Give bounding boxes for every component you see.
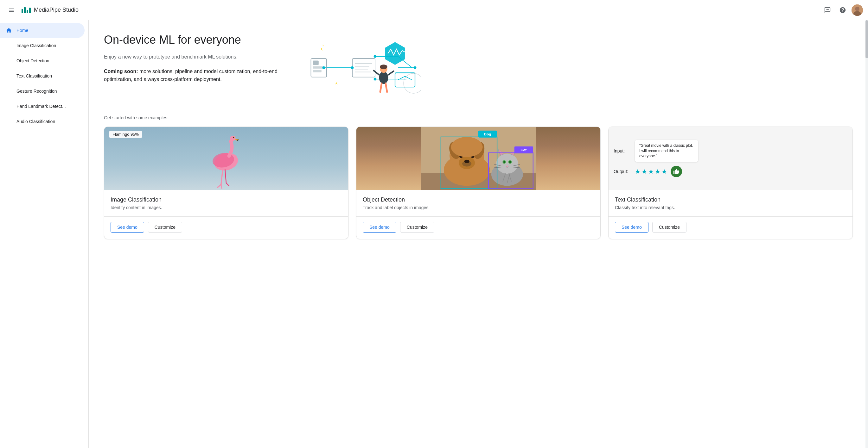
svg-point-58 [451, 137, 483, 157]
star-2: ★ [642, 168, 647, 175]
svg-line-24 [374, 71, 379, 75]
sidebar-item-home[interactable]: Home [0, 23, 85, 38]
logo-bar-1 [22, 9, 23, 13]
menu-button[interactable] [5, 4, 18, 16]
hero-title: On-device ML for everyone [104, 33, 294, 46]
svg-point-68 [509, 161, 511, 163]
sidebar-item-label: Image Classification [17, 43, 56, 48]
svg-rect-11 [313, 70, 321, 72]
task-icon [5, 42, 13, 49]
thumbs-up-icon [671, 166, 682, 177]
header-actions [821, 4, 863, 16]
illustration-svg [307, 33, 421, 103]
card-description: Classify text into relevant tags. [615, 205, 846, 210]
svg-point-51 [464, 160, 469, 163]
sidebar-item-hand-landmark[interactable]: Hand Landmark Detect... [0, 99, 85, 114]
task-icon [5, 72, 13, 80]
sidebar-item-label: Hand Landmark Detect... [17, 104, 66, 109]
svg-point-66 [503, 161, 505, 163]
hero-section: On-device ML for everyone Enjoy a new wa… [104, 33, 853, 103]
card-actions: See demo Customize [356, 216, 600, 239]
app-logo: MediaPipe Studio [22, 7, 79, 13]
sidebar-item-image-classification[interactable]: Image Classification [0, 38, 85, 53]
svg-rect-9 [313, 61, 319, 65]
stars-row: ★ ★ ★ ★ ★ [635, 166, 682, 177]
avatar[interactable] [851, 4, 863, 16]
sidebar-item-label: Object Detection [17, 58, 50, 63]
scrollbar-thumb[interactable] [865, 20, 868, 58]
card-image-classification: Flamingo 95% [104, 127, 348, 239]
svg-line-42 [221, 184, 222, 189]
examples-label: Get started with some examples: [104, 115, 853, 120]
hero-coming-soon: Coming soon: more solutions, pipeline an… [104, 67, 294, 83]
sidebar-item-gesture-recognition[interactable]: Gesture Recognition [0, 83, 85, 99]
star-3: ★ [648, 168, 654, 175]
card-body: Image Classification Identify content in… [104, 190, 348, 210]
sidebar-item-object-detection[interactable]: Object Detection [0, 53, 85, 68]
task-icon [5, 103, 13, 110]
help-button[interactable] [836, 4, 849, 16]
star-5: ★ [661, 168, 667, 175]
card-actions: See demo Customize [104, 216, 348, 239]
hero-text: On-device ML for everyone Enjoy a new wa… [104, 33, 294, 83]
task-icon [5, 57, 13, 65]
star-1: ★ [635, 168, 641, 175]
feedback-button[interactable] [821, 4, 834, 16]
svg-marker-31 [320, 48, 322, 50]
logo-bar-2 [24, 7, 26, 13]
logo-bar-4 [29, 8, 31, 13]
svg-point-29 [374, 78, 377, 81]
card-body: Object Detection Track and label objects… [356, 190, 600, 210]
see-demo-button[interactable]: See demo [363, 222, 396, 233]
dog-cat-svg: Dog Cat [356, 127, 600, 190]
svg-point-21 [380, 65, 387, 69]
logo-bar-3 [27, 10, 28, 13]
svg-marker-32 [322, 44, 324, 46]
sidebar-item-label: Audio Classification [17, 119, 55, 124]
card-title: Object Detection [363, 197, 594, 203]
svg-point-19 [379, 71, 389, 84]
customize-button[interactable]: Customize [400, 222, 434, 233]
svg-text:Dog: Dog [484, 132, 491, 136]
svg-line-25 [388, 71, 394, 75]
flamingo-svg [198, 133, 255, 190]
svg-line-41 [218, 184, 221, 187]
see-demo-button[interactable]: See demo [111, 222, 144, 233]
scrollbar-track[interactable] [865, 20, 868, 448]
card-description: Track and label objects in images. [363, 205, 594, 210]
svg-point-30 [414, 66, 416, 69]
cards-grid: Flamingo 95% [104, 127, 853, 239]
card-title: Image Classification [111, 197, 342, 203]
main-content: On-device ML for everyone Enjoy a new wa… [89, 20, 868, 448]
hero-subtitle: Enjoy a new way to prototype and benchma… [104, 53, 294, 61]
app-layout: Home Image Classification Object Detecti… [0, 20, 868, 448]
customize-button[interactable]: Customize [148, 222, 182, 233]
dog-cat-scene: Dog Cat [356, 127, 600, 190]
svg-line-44 [226, 183, 229, 186]
svg-point-27 [351, 66, 354, 69]
see-demo-button[interactable]: See demo [615, 222, 648, 233]
svg-line-23 [385, 83, 387, 92]
card-title: Text Classification [615, 197, 846, 203]
input-row: Input: "Great movie with a classic plot.… [614, 140, 847, 162]
svg-line-22 [380, 83, 382, 92]
svg-line-40 [221, 169, 223, 184]
card-image-area: Flamingo 95% [104, 127, 348, 190]
svg-text:Cat: Cat [521, 148, 527, 152]
card-image-area: Dog Cat [356, 127, 600, 190]
svg-point-34 [404, 73, 421, 93]
app-title: MediaPipe Studio [34, 7, 79, 13]
coming-soon-prefix: Coming soon: [104, 69, 138, 74]
svg-point-26 [322, 66, 326, 69]
customize-button[interactable]: Customize [652, 222, 686, 233]
sidebar-item-text-classification[interactable]: Text Classification [0, 68, 85, 83]
card-text-classification: Input: "Great movie with a classic plot.… [608, 127, 853, 239]
output-row: Output: ★ ★ ★ ★ ★ [614, 166, 847, 177]
svg-point-28 [374, 55, 377, 58]
svg-point-1 [855, 7, 860, 11]
flamingo-scene: Flamingo 95% [104, 127, 348, 190]
sidebar-item-audio-classification[interactable]: Audio Classification [0, 114, 85, 129]
svg-line-43 [225, 170, 226, 183]
sidebar: Home Image Classification Object Detecti… [0, 20, 89, 448]
text-cls-scene: Input: "Great movie with a classic plot.… [609, 127, 852, 190]
